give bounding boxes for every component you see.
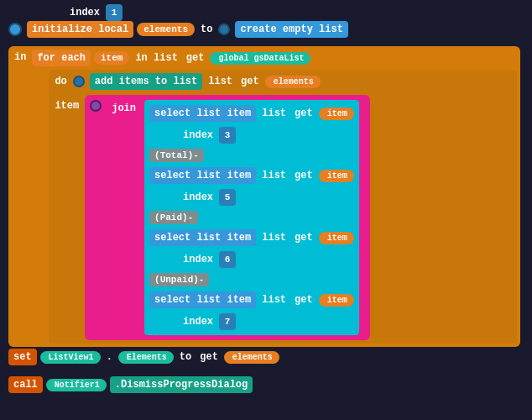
global-gs-data-pill[interactable]: global gsDataList <box>210 52 310 65</box>
select-item-row-1: select list item list get item <box>149 105 354 122</box>
dropdown-arrow-6[interactable]: item <box>327 296 347 305</box>
set-keyword[interactable]: set <box>8 349 37 365</box>
foreach-container: in for each item in list get global gsDa… <box>8 46 520 347</box>
init-keyword[interactable]: initialize local <box>27 21 133 38</box>
list-label-4: list <box>262 294 286 306</box>
unpaid-string[interactable]: (Unpaid)- <box>149 273 209 286</box>
item-pill-3[interactable]: item <box>319 232 354 244</box>
elements-pill-do[interactable]: elements <box>265 76 321 88</box>
select-item-row-3: select list item list get item <box>149 229 354 246</box>
do-header: do add items to list list get elements <box>52 73 514 90</box>
index-row-1: index 3 <box>149 127 354 144</box>
item-pill-1[interactable]: item <box>319 108 354 120</box>
item-pill-2[interactable]: item <box>319 170 354 182</box>
get-label-1: get <box>295 108 313 119</box>
gear-icon-init <box>8 23 22 36</box>
index-number[interactable]: 1 <box>106 4 123 21</box>
get-label-do: get <box>241 76 259 87</box>
get-label-foreach: get <box>186 52 205 64</box>
join-items-list: select list item list get item index 3 <box>149 105 354 330</box>
list-label-do: list <box>208 76 232 87</box>
item-pill-4[interactable]: item <box>319 294 354 307</box>
call-keyword[interactable]: call <box>8 376 43 393</box>
get-label-2: get <box>295 170 313 181</box>
dropdown-arrow-8[interactable]: Elements <box>127 353 167 362</box>
select-list-item-3[interactable]: select list item <box>149 229 256 246</box>
index-row-2: index 5 <box>149 189 354 206</box>
index-3-badge[interactable]: 3 <box>219 127 236 144</box>
notifier1-pill[interactable]: Notifier1 <box>46 379 107 391</box>
create-empty-list[interactable]: create empty list <box>235 21 347 38</box>
do-label: do <box>55 76 66 87</box>
do-container: do add items to list list get elements i… <box>49 70 517 344</box>
dropdown-arrow-4[interactable]: item <box>327 171 347 181</box>
gear-icon-create <box>218 24 230 35</box>
join-keyword[interactable]: join <box>107 100 141 117</box>
paid-string-row: (Paid)- <box>149 211 354 224</box>
index-7-badge[interactable]: 7 <box>219 313 236 330</box>
elements-pill[interactable]: elements <box>137 23 195 36</box>
join-inner-block: select list item list get item index 3 <box>144 100 359 335</box>
join-area: item join <box>52 95 514 340</box>
unpaid-string-row: (Unpaid)- <box>149 273 354 286</box>
select-list-item-2[interactable]: select list item <box>149 167 256 184</box>
dismiss-label[interactable]: .DismissProgressDialog <box>110 376 253 393</box>
index-row-3: index 6 <box>149 251 354 268</box>
index-5-badge[interactable]: 5 <box>219 189 236 206</box>
set-block: set ListView1 . Elements to get elements <box>8 349 279 365</box>
in-list-label: in list <box>135 52 177 64</box>
to-label-set: to <box>180 351 191 363</box>
in-label: in <box>14 51 26 63</box>
item-pill[interactable]: item <box>94 51 129 65</box>
select-item-row-2: select list item list get item <box>149 167 354 184</box>
dot-label: . <box>107 351 112 363</box>
index-label: index <box>70 7 100 18</box>
initialize-local-block: initialize local elements to create empt… <box>8 21 348 38</box>
foreach-header: for each item in list get global gsDataL… <box>32 50 517 66</box>
list-label-3: list <box>262 232 286 244</box>
join-block-wrapper: join select list item list get <box>85 95 370 340</box>
add-items-label[interactable]: add items to list <box>90 73 202 90</box>
listview1-pill[interactable]: ListView1 <box>40 351 101 364</box>
dropdown-arrow-3[interactable]: item <box>327 109 347 118</box>
paid-string[interactable]: (Paid)- <box>149 211 198 224</box>
dropdown-arrow-7[interactable]: ListView1 <box>49 353 94 362</box>
dropdown-arrow-5[interactable]: item <box>327 234 347 243</box>
index-label-1: index <box>183 129 213 141</box>
elements-prop-pill[interactable]: Elements <box>118 351 174 364</box>
elements-val-pill[interactable]: elements <box>224 351 279 364</box>
gear-icon-do <box>73 76 85 87</box>
list-label-2: list <box>262 170 286 181</box>
foreach-keyword[interactable]: for each <box>32 50 91 66</box>
select-list-item-4[interactable]: select list item <box>149 291 256 308</box>
index-block: index 1 <box>67 4 123 21</box>
call-block: call Notifier1 .DismissProgressDialog <box>8 376 253 393</box>
to-label: to <box>201 24 212 35</box>
select-list-item-1[interactable]: select list item <box>149 105 256 122</box>
list-label-1: list <box>262 108 286 119</box>
gear-icon-join <box>90 100 102 112</box>
get-label-set: get <box>200 351 218 363</box>
dropdown-arrow-10[interactable]: Notifier1 <box>55 381 100 390</box>
dropdown-arrow-9[interactable]: elements <box>232 353 273 362</box>
index-label-2: index <box>183 192 213 203</box>
item-label-join: item <box>55 95 79 112</box>
select-item-row-4: select list item list get item <box>149 291 354 308</box>
total-string-row: (Total)- <box>149 149 354 162</box>
index-label-4: index <box>183 316 213 328</box>
get-label-3: get <box>295 232 313 244</box>
total-string[interactable]: (Total)- <box>149 149 204 162</box>
dropdown-arrow-2[interactable]: elements <box>274 77 314 87</box>
index-label-3: index <box>183 254 213 265</box>
index-6-badge[interactable]: 6 <box>219 251 236 268</box>
get-label-4: get <box>295 294 313 306</box>
dropdown-arrow-1[interactable]: global gsDataList <box>218 54 304 63</box>
index-row-4: index 7 <box>149 313 354 330</box>
